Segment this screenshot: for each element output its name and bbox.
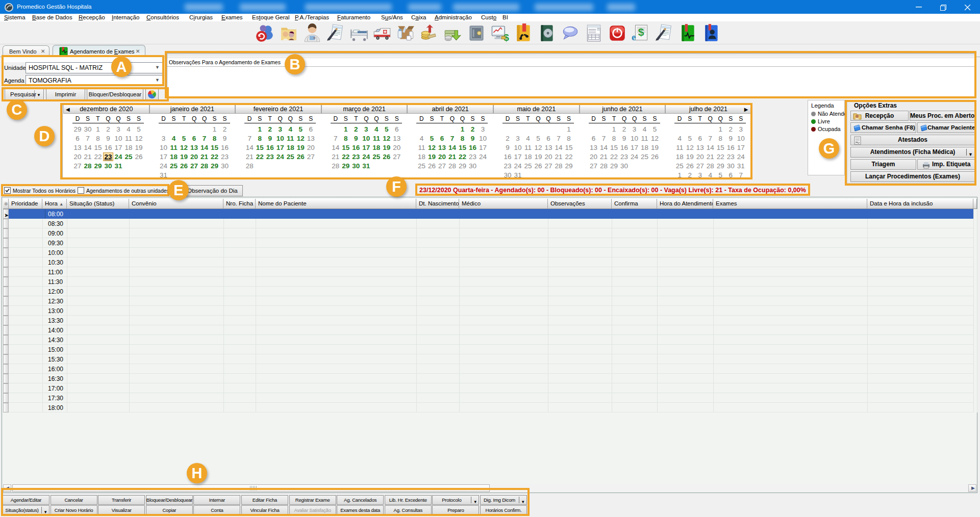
svg-text:e: e: [632, 32, 636, 42]
svg-text:$: $: [638, 26, 644, 38]
